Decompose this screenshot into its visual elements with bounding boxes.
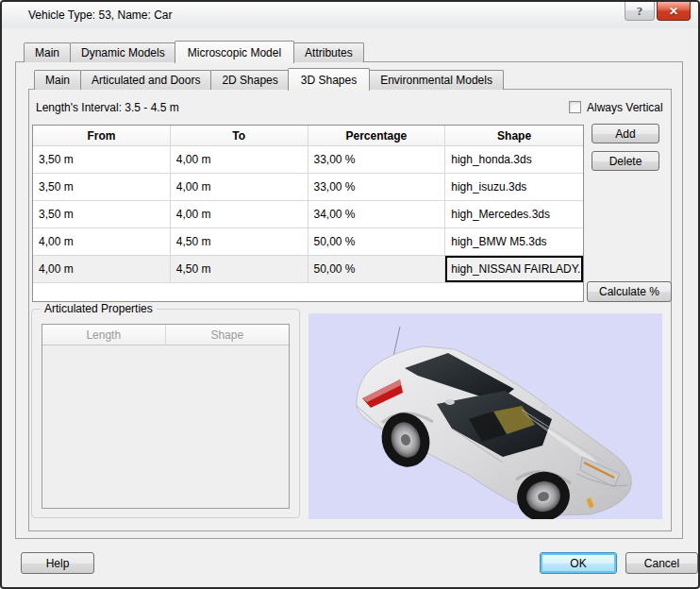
help-button[interactable]: Help	[21, 552, 94, 574]
cell-from[interactable]: 4,00 m	[33, 228, 171, 255]
main-tab-bar: Main Dynamic Models Microscopic Model At…	[24, 40, 364, 62]
cell-to[interactable]: 4,50 m	[171, 256, 308, 282]
cell-from[interactable]: 3,50 m	[33, 201, 171, 227]
articulated-properties-title: Articulated Properties	[41, 302, 157, 315]
cell-shape[interactable]: high_BMW M5.3ds	[445, 228, 583, 255]
articulated-table-header: Length Shape	[42, 325, 289, 345]
tab-dynamic-models[interactable]: Dynamic Models	[70, 42, 176, 62]
cell-percentage[interactable]: 33,00 %	[308, 174, 446, 200]
column-header-shape: Shape	[166, 325, 290, 345]
cell-to[interactable]: 4,00 m	[171, 201, 308, 227]
add-button[interactable]: Add	[592, 124, 659, 143]
titlebar-close-button[interactable]: ✕	[657, 2, 691, 21]
cell-shape[interactable]: high_honda.3ds	[445, 146, 583, 173]
close-icon: ✕	[669, 5, 678, 18]
tab-microscopic-model[interactable]: Microscopic Model	[175, 41, 294, 63]
articulated-properties-group: Articulated Properties Length Shape	[31, 309, 300, 518]
cell-to[interactable]: 4,00 m	[171, 174, 308, 200]
column-header-percentage[interactable]: Percentage	[308, 126, 446, 145]
cell-percentage[interactable]: 50,00 %	[308, 228, 446, 255]
table-row[interactable]: 3,50 m 4,00 m 33,00 % high_honda.3ds	[33, 146, 583, 174]
cell-to[interactable]: 4,50 m	[171, 228, 308, 255]
cell-from[interactable]: 3,50 m	[33, 174, 171, 200]
subtab-articulated-and-doors[interactable]: Articulated and Doors	[80, 70, 211, 90]
column-header-shape[interactable]: Shape	[445, 126, 583, 145]
vehicle-type-dialog: Vehicle Type: 53, Name: Car ? ✕ Main Dyn…	[0, 0, 700, 589]
tab-main[interactable]: Main	[24, 42, 71, 62]
articulated-properties-table: Length Shape	[42, 324, 290, 509]
column-header-from[interactable]: From	[33, 126, 171, 145]
cancel-button[interactable]: Cancel	[625, 552, 698, 574]
always-vertical-checkbox[interactable]	[569, 101, 581, 113]
column-header-to[interactable]: To	[171, 126, 308, 145]
table-row[interactable]: 3,50 m 4,00 m 33,00 % high_isuzu.3ds	[33, 174, 583, 201]
titlebar[interactable]: Vehicle Type: 53, Name: Car	[2, 2, 698, 28]
calculate-percent-button[interactable]: Calculate %	[587, 281, 672, 302]
titlebar-help-button[interactable]: ?	[625, 2, 655, 21]
length-interval-label: Length's Interval: 3.5 - 4.5 m	[36, 101, 179, 114]
shapes-table: From To Percentage Shape 3,50 m 4,00 m 3…	[32, 125, 584, 302]
cell-percentage[interactable]: 33,00 %	[308, 146, 446, 173]
cell-from[interactable]: 3,50 m	[33, 146, 171, 173]
window-title: Vehicle Type: 53, Name: Car	[28, 8, 173, 22]
table-row[interactable]: 4,00 m 4,50 m 50,00 % high_BMW M5.3ds	[33, 228, 583, 256]
cell-to[interactable]: 4,00 m	[171, 146, 308, 173]
car-3d-render	[308, 313, 662, 519]
cell-percentage[interactable]: 34,00 %	[308, 201, 446, 227]
subtab-2d-shapes[interactable]: 2D Shapes	[210, 70, 289, 90]
sub-tab-bar: Main Articulated and Doors 2D Shapes 3D …	[34, 67, 504, 90]
always-vertical-label: Always Vertical	[587, 101, 663, 114]
subtab-3d-shapes[interactable]: 3D Shapes	[288, 68, 370, 91]
table-row[interactable]: 3,50 m 4,00 m 34,00 % high_Mercedes.3ds	[33, 201, 583, 228]
cell-percentage[interactable]: 50,00 %	[308, 256, 446, 282]
delete-button[interactable]: Delete	[592, 151, 659, 171]
subtab-main[interactable]: Main	[34, 70, 81, 90]
subtab-environmental-models[interactable]: Environmental Models	[369, 70, 504, 90]
ok-button[interactable]: OK	[540, 552, 617, 574]
cell-from[interactable]: 4,00 m	[33, 256, 171, 282]
vehicle-3d-preview[interactable]	[308, 313, 662, 519]
table-row-selected[interactable]: 4,00 m 4,50 m 50,00 % high_NISSAN FAIRLA…	[33, 256, 583, 283]
help-icon: ?	[637, 4, 643, 19]
tab-attributes[interactable]: Attributes	[293, 42, 364, 62]
cell-shape-selected[interactable]: high_NISSAN FAIRLADY...	[445, 256, 583, 282]
cell-shape[interactable]: high_isuzu.3ds	[445, 174, 583, 200]
cell-shape[interactable]: high_Mercedes.3ds	[445, 201, 583, 227]
shapes-table-header: From To Percentage Shape	[33, 126, 583, 146]
column-header-length: Length	[42, 325, 166, 345]
